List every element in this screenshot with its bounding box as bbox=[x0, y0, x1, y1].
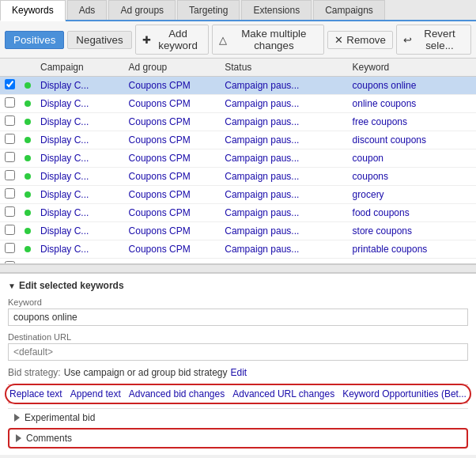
bid-strategy-edit-link[interactable]: Edit bbox=[231, 367, 247, 378]
row-checkbox[interactable] bbox=[0, 168, 20, 186]
col-campaign-header[interactable]: Campaign bbox=[36, 59, 124, 77]
add-keyword-button[interactable]: ✚ Add keyword bbox=[135, 25, 210, 55]
toolbar: Positives Negatives ✚ Add keyword △ Make… bbox=[0, 21, 476, 59]
row-status: Campaign paus... bbox=[220, 168, 347, 186]
row-campaign: Display C... bbox=[36, 259, 124, 265]
tab-targeting[interactable]: Targeting bbox=[177, 0, 240, 20]
experimental-bid-row[interactable]: Experimental bid bbox=[8, 408, 468, 426]
triangle-icon bbox=[14, 414, 20, 422]
triangle-icon-2 bbox=[16, 434, 21, 442]
row-status-dot bbox=[20, 113, 36, 131]
advanced-url-changes-link[interactable]: Advanced URL changes bbox=[232, 388, 334, 399]
table-row[interactable]: Display C... Coupons CPM Campaign paus..… bbox=[0, 131, 476, 150]
table-row[interactable]: Display C... Coupons CPM Campaign paus..… bbox=[0, 95, 476, 113]
destination-url-input[interactable] bbox=[8, 343, 468, 361]
revert-icon: ↩ bbox=[403, 34, 412, 46]
row-status-dot bbox=[20, 131, 36, 150]
experimental-bid-label: Experimental bid bbox=[25, 412, 95, 423]
row-keyword: food coupons bbox=[348, 204, 476, 222]
row-checkbox[interactable] bbox=[0, 113, 20, 131]
append-text-link[interactable]: Append text bbox=[70, 388, 121, 399]
row-status: Campaign paus... bbox=[220, 259, 347, 265]
horizontal-scrollbar[interactable] bbox=[0, 264, 476, 272]
row-status: Campaign paus... bbox=[220, 222, 347, 240]
col-status-header2[interactable]: Status bbox=[220, 59, 347, 77]
row-adgroup: Coupons CPM bbox=[124, 204, 221, 222]
row-status: Campaign paus... bbox=[220, 131, 347, 150]
row-adgroup: Coupons CPM bbox=[124, 168, 221, 186]
make-changes-button[interactable]: △ Make multiple changes bbox=[212, 25, 324, 55]
row-checkbox[interactable] bbox=[0, 150, 20, 168]
tab-extensions[interactable]: Extensions bbox=[241, 0, 312, 20]
table-row[interactable]: Display C... Coupons CPM Campaign paus..… bbox=[0, 204, 476, 222]
row-checkbox[interactable] bbox=[0, 204, 20, 222]
status-dot bbox=[25, 210, 31, 216]
row-campaign: Display C... bbox=[36, 113, 124, 131]
row-status: Campaign paus... bbox=[220, 186, 347, 204]
row-status: Campaign paus... bbox=[220, 77, 347, 95]
tab-bar: Keywords Ads Ad groups Targeting Extensi… bbox=[0, 0, 476, 21]
comments-label: Comments bbox=[26, 433, 72, 444]
row-checkbox[interactable] bbox=[0, 186, 20, 204]
row-checkbox[interactable] bbox=[0, 240, 20, 259]
tab-campaigns[interactable]: Campaigns bbox=[313, 0, 385, 20]
table-row[interactable]: Display C... Coupons CPM Campaign paus..… bbox=[0, 77, 476, 95]
status-dot bbox=[25, 119, 31, 125]
revert-button[interactable]: ↩ Revert sele... bbox=[396, 25, 471, 55]
table-row[interactable]: Display C... Coupons CPM Campaign paus..… bbox=[0, 222, 476, 240]
row-adgroup: Coupons CPM bbox=[124, 77, 221, 95]
row-status: Campaign paus... bbox=[220, 204, 347, 222]
row-adgroup: Coupons CPM bbox=[124, 131, 221, 150]
table-row[interactable]: Display C... Coupons CPM Campaign paus..… bbox=[0, 240, 476, 259]
row-adgroup: Coupons CPM bbox=[124, 222, 221, 240]
row-checkbox[interactable] bbox=[0, 131, 20, 150]
table-row[interactable]: Display C... Coupons CPM Campaign paus..… bbox=[0, 168, 476, 186]
keyword-opportunities-link[interactable]: Keyword Opportunities (Bet... bbox=[342, 388, 467, 399]
bid-strategy-row: Bid strategy: Use campaign or ad group b… bbox=[8, 367, 468, 378]
row-status: Campaign paus... bbox=[220, 150, 347, 168]
status-dot bbox=[25, 100, 31, 107]
table-row[interactable]: Display C... Coupons CPM Campaign paus..… bbox=[0, 113, 476, 131]
row-status-dot bbox=[20, 240, 36, 259]
status-dot bbox=[25, 191, 31, 198]
row-status-dot bbox=[20, 168, 36, 186]
negatives-button[interactable]: Negatives bbox=[67, 31, 131, 49]
row-checkbox[interactable] bbox=[0, 95, 20, 113]
comments-row[interactable]: Comments bbox=[8, 428, 468, 449]
remove-button[interactable]: ✕ Remove bbox=[327, 31, 393, 49]
row-adgroup: Coupons CPM bbox=[124, 95, 221, 113]
row-status-dot bbox=[20, 150, 36, 168]
table-row[interactable]: Display C... Coupons CPM Campaign paus..… bbox=[0, 186, 476, 204]
row-checkbox[interactable] bbox=[0, 222, 20, 240]
row-keyword: coupons online bbox=[348, 77, 476, 95]
bid-strategy-label: Bid strategy: bbox=[8, 367, 61, 378]
status-dot bbox=[25, 137, 31, 143]
tab-ads[interactable]: Ads bbox=[67, 0, 108, 20]
row-status-dot bbox=[20, 77, 36, 95]
tab-keywords[interactable]: Keywords bbox=[0, 0, 66, 21]
replace-text-link[interactable]: Replace text bbox=[9, 388, 62, 399]
advanced-bid-changes-link[interactable]: Advanced bid changes bbox=[129, 388, 225, 399]
status-dot bbox=[25, 246, 31, 252]
row-status: Campaign paus... bbox=[220, 240, 347, 259]
table-row[interactable]: Display C... Coupons CPM Campaign paus..… bbox=[0, 259, 476, 265]
delta-icon: △ bbox=[219, 34, 227, 46]
col-adgroup-header[interactable]: Ad group bbox=[124, 59, 221, 77]
tab-adgroups[interactable]: Ad groups bbox=[108, 0, 176, 20]
keyword-input[interactable] bbox=[8, 308, 468, 326]
links-row: Replace text Append text Advanced bid ch… bbox=[8, 384, 468, 403]
plus-icon: ✚ bbox=[142, 34, 151, 46]
row-keyword: coupons bbox=[348, 168, 476, 186]
table-row[interactable]: Display C... Coupons CPM Campaign paus..… bbox=[0, 150, 476, 168]
row-status-dot bbox=[20, 95, 36, 113]
bid-strategy-value: Use campaign or ad group bid strategy bbox=[64, 367, 228, 378]
edit-panel: ▼ Edit selected keywords Keyword Destina… bbox=[0, 272, 476, 455]
row-campaign: Display C... bbox=[36, 240, 124, 259]
edit-panel-title: ▼ Edit selected keywords bbox=[8, 280, 468, 291]
row-keyword: coupon bbox=[348, 150, 476, 168]
expand-icon: ▼ bbox=[8, 282, 16, 290]
row-checkbox[interactable] bbox=[0, 259, 20, 265]
positives-button[interactable]: Positives bbox=[5, 31, 64, 49]
col-keyword-header[interactable]: Keyword bbox=[348, 59, 476, 77]
row-checkbox[interactable] bbox=[0, 77, 20, 95]
